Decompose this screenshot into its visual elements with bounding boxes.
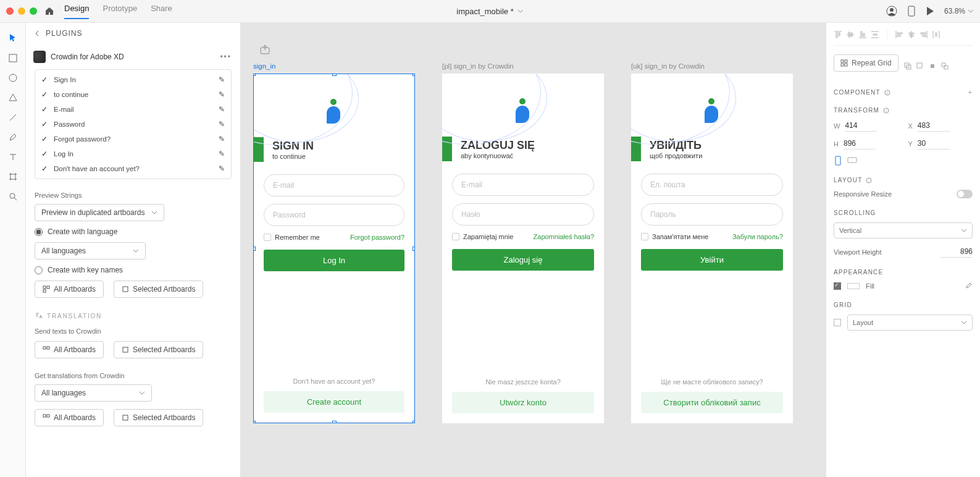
fill-swatch[interactable] [847,283,860,289]
selected-artboards-button[interactable]: Selected Artboards [114,281,203,298]
responsive-resize-toggle[interactable] [957,190,973,198]
radio-key-names[interactable]: Create with key names [35,266,232,274]
artboard-sign-in[interactable]: sign_in SIGN IN to continue E-mail Passw… [253,62,415,423]
polygon-tool[interactable] [9,93,17,102]
zoom-level[interactable]: 63.8% [944,7,974,15]
login-button[interactable]: Увійти [641,249,783,271]
info-icon[interactable] [884,90,890,96]
ellipse-tool[interactable] [9,74,17,82]
boolean-intersect-icon[interactable] [928,62,937,70]
create-account-button[interactable]: Utwórz konto [452,392,594,413]
export-icon[interactable] [259,44,270,55]
resize-handle[interactable] [413,247,415,251]
boolean-add-icon[interactable] [903,62,912,70]
get-selected-artboards-button[interactable]: Selected Artboards [114,409,203,426]
tab-design[interactable]: Design [64,4,89,19]
forgot-password-link[interactable]: Forgot password? [350,234,404,241]
height-field[interactable] [844,138,876,150]
edit-icon[interactable]: ✎ [219,105,225,114]
edit-icon[interactable]: ✎ [219,120,225,129]
home-icon[interactable] [44,6,54,16]
more-icon[interactable]: ••• [220,53,232,61]
resize-handle[interactable] [253,247,256,251]
pen-tool[interactable] [9,133,17,141]
edit-icon[interactable]: ✎ [219,75,225,84]
align-left-icon[interactable] [895,30,903,39]
artboard-label[interactable]: [uk] sign_in by Crowdin [631,62,793,70]
remember-checkbox[interactable] [641,233,648,240]
info-icon[interactable] [883,108,889,114]
grid-checkbox[interactable] [834,319,841,326]
artboard-label[interactable]: sign_in [253,62,415,70]
edit-icon[interactable]: ✎ [219,90,225,99]
forgot-password-link[interactable]: Забули пароль? [732,233,783,240]
string-row[interactable]: ✓Forgot password?✎ [35,132,231,146]
artboard-tool[interactable] [9,172,17,181]
remember-checkbox[interactable] [452,233,459,240]
edit-icon[interactable]: ✎ [219,135,225,143]
rectangle-tool[interactable] [9,54,17,62]
create-account-button[interactable]: Створити обліковий запис [641,392,783,413]
portrait-icon[interactable] [834,156,842,166]
radio-input[interactable] [35,228,43,236]
text-tool[interactable] [9,153,17,161]
radio-input[interactable] [35,266,43,274]
resize-handle[interactable] [253,421,256,423]
align-vcenter-icon[interactable] [846,30,855,39]
artboard-label[interactable]: [pl] sign_in by Crowdin [442,62,604,70]
align-hcenter-icon[interactable] [907,30,916,39]
align-right-icon[interactable] [919,30,928,39]
user-icon[interactable] [886,6,897,17]
string-row[interactable]: ✓Sign In✎ [35,72,231,87]
edit-icon[interactable]: ✎ [219,150,225,158]
language-select[interactable]: All languages [35,242,146,260]
artboard-uk[interactable]: [uk] sign_in by Crowdin УВІЙДІТЬ щоб про… [631,62,793,423]
close-icon[interactable] [6,7,14,15]
align-top-icon[interactable] [834,30,842,39]
scrolling-select[interactable]: Vertical [834,222,973,238]
radio-create-language[interactable]: Create with language [35,227,232,236]
distribute-h-icon[interactable] [932,30,940,39]
login-button[interactable]: Log In [264,250,404,271]
artboard-content[interactable]: SIGN IN to continue E-mail Password Reme… [253,74,415,423]
artboard-pl[interactable]: [pl] sign_in by Crowdin ZALOGUJ SIĘ aby … [442,62,604,423]
boolean-subtract-icon[interactable] [916,62,924,70]
resize-handle[interactable] [332,74,337,76]
landscape-icon[interactable] [847,156,857,166]
plugins-header[interactable]: PLUGINS [26,23,240,44]
login-button[interactable]: Zaloguj się [452,249,594,271]
resize-handle[interactable] [332,421,337,423]
get-language-select[interactable]: All languages [35,384,152,402]
string-row[interactable]: ✓Log In✎ [35,146,231,161]
all-artboards-button[interactable]: All Artboards [35,281,104,298]
tab-prototype[interactable]: Prototype [103,4,137,19]
artboard-content[interactable]: ZALOGUJ SIĘ aby kontynuować E-mail Hasło… [442,74,604,423]
document-title[interactable]: impact_mobile * [456,7,524,16]
grid-type-select[interactable]: Layout [847,314,973,331]
line-tool[interactable] [9,113,17,122]
distribute-v-icon[interactable] [871,30,879,39]
forgot-password-link[interactable]: Zapomniałeś hasła? [534,233,594,240]
string-row[interactable]: ✓to continue✎ [35,87,231,102]
resize-handle[interactable] [253,74,256,76]
email-field[interactable]: Ел. пошта [641,174,783,196]
viewport-height-field[interactable] [940,246,973,258]
mobile-preview-icon[interactable] [907,6,916,17]
remember-checkbox[interactable] [264,234,271,241]
add-component-icon[interactable]: + [968,89,973,96]
width-field[interactable] [845,120,877,132]
align-bottom-icon[interactable] [858,30,867,39]
email-field[interactable]: E-mail [264,174,404,196]
repeat-grid-button[interactable]: Repeat Grid [834,54,898,72]
play-icon[interactable] [926,6,934,16]
eyedropper-icon[interactable] [964,282,973,290]
send-all-artboards-button[interactable]: All Artboards [35,341,104,358]
password-field[interactable]: Password [264,204,404,226]
artboard-content[interactable]: УВІЙДІТЬ щоб продовжити Ел. пошта Пароль… [631,74,793,423]
boolean-exclude-icon[interactable] [940,62,949,70]
edit-icon[interactable]: ✎ [219,164,225,173]
maximize-icon[interactable] [30,7,37,15]
create-account-button[interactable]: Create account [264,391,404,413]
send-selected-artboards-button[interactable]: Selected Artboards [114,341,203,358]
get-all-artboards-button[interactable]: All Artboards [35,409,104,426]
